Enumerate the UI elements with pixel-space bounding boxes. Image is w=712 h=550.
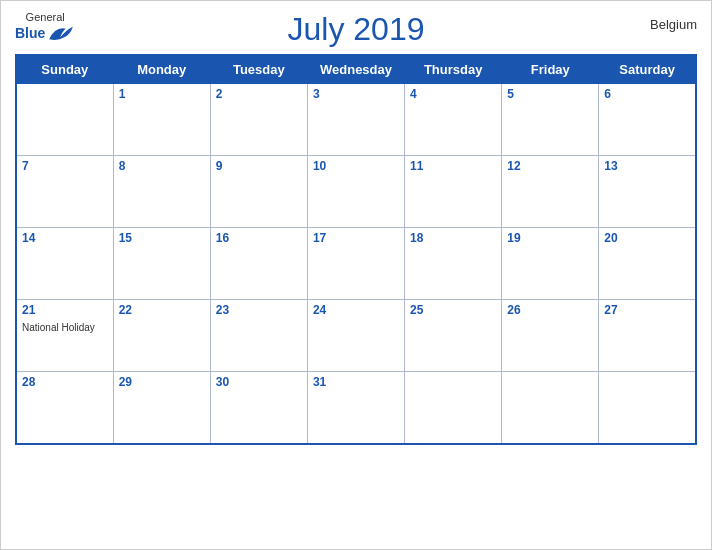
day-number: 21: [22, 303, 108, 317]
day-number: 30: [216, 375, 302, 389]
day-cell: 4: [405, 84, 502, 156]
day-cell: [599, 372, 696, 444]
day-number: 28: [22, 375, 108, 389]
day-number: 9: [216, 159, 302, 173]
day-number: 14: [22, 231, 108, 245]
day-cell: 21National Holiday: [16, 300, 113, 372]
day-cell: 3: [307, 84, 404, 156]
day-number: 7: [22, 159, 108, 173]
day-number: 22: [119, 303, 205, 317]
week-row-2: 14151617181920: [16, 228, 696, 300]
day-number: 24: [313, 303, 399, 317]
day-number: 29: [119, 375, 205, 389]
day-cell: [405, 372, 502, 444]
day-cell: 13: [599, 156, 696, 228]
day-cell: 20: [599, 228, 696, 300]
day-cell: 9: [210, 156, 307, 228]
day-number: 12: [507, 159, 593, 173]
header-thursday: Thursday: [405, 55, 502, 84]
day-number: 20: [604, 231, 690, 245]
day-cell: 30: [210, 372, 307, 444]
day-cell: 5: [502, 84, 599, 156]
day-cell: 15: [113, 228, 210, 300]
day-cell: 19: [502, 228, 599, 300]
day-number: 11: [410, 159, 496, 173]
day-number: 16: [216, 231, 302, 245]
day-number: 19: [507, 231, 593, 245]
day-cell: 18: [405, 228, 502, 300]
day-cell: 14: [16, 228, 113, 300]
day-number: 31: [313, 375, 399, 389]
day-cell: [16, 84, 113, 156]
day-number: 25: [410, 303, 496, 317]
day-cell: 2: [210, 84, 307, 156]
logo-general: General: [26, 11, 65, 23]
week-row-3: 21National Holiday222324252627: [16, 300, 696, 372]
day-cell: 23: [210, 300, 307, 372]
day-number: 4: [410, 87, 496, 101]
day-number: 18: [410, 231, 496, 245]
title-block: July 2019: [288, 11, 425, 48]
day-cell: 11: [405, 156, 502, 228]
day-number: 15: [119, 231, 205, 245]
day-number: 10: [313, 159, 399, 173]
day-cell: 12: [502, 156, 599, 228]
day-cell: 25: [405, 300, 502, 372]
day-cell: [502, 372, 599, 444]
day-number: 3: [313, 87, 399, 101]
header-monday: Monday: [113, 55, 210, 84]
header-sunday: Sunday: [16, 55, 113, 84]
day-number: 17: [313, 231, 399, 245]
week-row-1: 78910111213: [16, 156, 696, 228]
day-number: 26: [507, 303, 593, 317]
calendar-title: July 2019: [288, 11, 425, 48]
header-wednesday: Wednesday: [307, 55, 404, 84]
logo-bird-icon: [47, 23, 75, 43]
day-cell: 7: [16, 156, 113, 228]
week-row-0: 123456: [16, 84, 696, 156]
day-cell: 16: [210, 228, 307, 300]
calendar-wrapper: General Blue July 2019 Belgium Sunday Mo…: [0, 0, 712, 550]
logo: General Blue: [15, 11, 75, 43]
header-tuesday: Tuesday: [210, 55, 307, 84]
day-cell: 17: [307, 228, 404, 300]
day-number: 27: [604, 303, 690, 317]
day-number: 2: [216, 87, 302, 101]
day-cell: 22: [113, 300, 210, 372]
day-cell: 31: [307, 372, 404, 444]
day-event: National Holiday: [22, 322, 95, 333]
header-friday: Friday: [502, 55, 599, 84]
calendar-header: General Blue July 2019 Belgium: [15, 11, 697, 48]
day-number: 1: [119, 87, 205, 101]
day-cell: 28: [16, 372, 113, 444]
day-cell: 8: [113, 156, 210, 228]
day-cell: 1: [113, 84, 210, 156]
day-number: 13: [604, 159, 690, 173]
country-label: Belgium: [650, 17, 697, 32]
header-saturday: Saturday: [599, 55, 696, 84]
day-cell: 10: [307, 156, 404, 228]
logo-blue: Blue: [15, 26, 45, 40]
day-cell: 26: [502, 300, 599, 372]
day-cell: 6: [599, 84, 696, 156]
day-cell: 27: [599, 300, 696, 372]
day-number: 6: [604, 87, 690, 101]
weekday-header-row: Sunday Monday Tuesday Wednesday Thursday…: [16, 55, 696, 84]
day-cell: 29: [113, 372, 210, 444]
day-number: 23: [216, 303, 302, 317]
day-number: 8: [119, 159, 205, 173]
week-row-4: 28293031: [16, 372, 696, 444]
day-number: 5: [507, 87, 593, 101]
day-cell: 24: [307, 300, 404, 372]
calendar-grid: Sunday Monday Tuesday Wednesday Thursday…: [15, 54, 697, 445]
